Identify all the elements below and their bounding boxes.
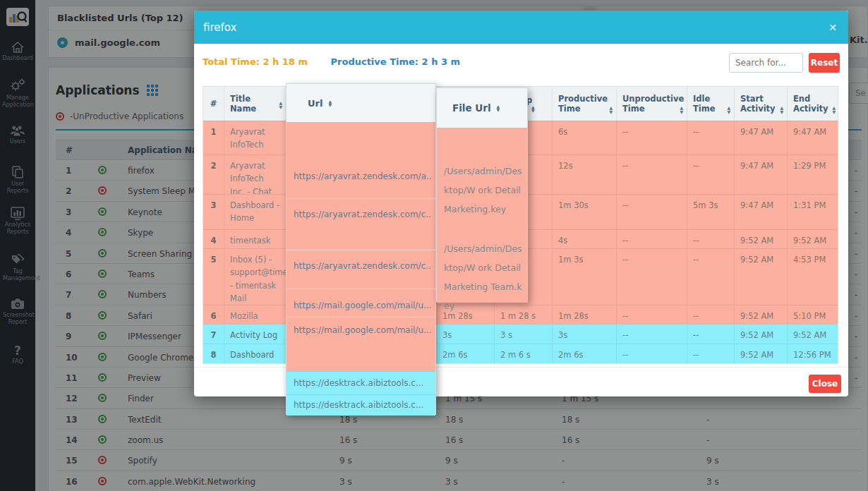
start-activity-cell: 9:47 AM (735, 195, 788, 229)
column-header-unproductive-time[interactable]: Unproductive Time▲▼ (617, 87, 687, 121)
sort-icon: ▲▼ (497, 104, 500, 112)
modal-title: firefox (203, 21, 236, 34)
productive-time-cell: 12s (553, 155, 617, 194)
url-cell-cyan[interactable]: https://desktrack.aibiztools.c... (287, 371, 435, 394)
row-number: 2 (203, 155, 224, 194)
productive-time-cell: 3s (553, 325, 617, 344)
start-activity-cell: 9:52 AM (735, 305, 788, 324)
productive-time-cell: 1m 30s (553, 195, 617, 229)
start-activity-cell: 9:47 AM (735, 121, 788, 154)
title-name-cell: Aryavrat InfoTech Inc. (224, 121, 287, 154)
search-input[interactable] (729, 53, 803, 73)
url-cell[interactable]: https://mail.google.com/mail/u... (294, 301, 431, 310)
sort-icon: ▲▼ (609, 106, 613, 114)
row-number: 4 (203, 230, 224, 248)
reset-button[interactable]: Reset (809, 53, 840, 73)
time-spent-cell: 3s (437, 325, 495, 344)
idle-time-cell: 5m 3s (687, 195, 735, 229)
idle-time-cell: -- (687, 230, 735, 248)
end-activity-cell: 9:47 AM (788, 121, 839, 154)
unproductive-time-cell: -- (617, 325, 687, 344)
file-url-column-header[interactable]: File Url▲▼ (437, 88, 527, 128)
row-number: 8 (203, 344, 224, 363)
url-column-body: https://aryavrat.zendesk.com/a... https:… (287, 122, 435, 371)
time-summary: Total Time: 2 h 18 m Productive Time: 2 … (203, 56, 460, 67)
unproductive-time-cell: -- (617, 195, 687, 229)
url-cell-cyan[interactable]: https://desktrack.aibiztools.c... (287, 394, 435, 416)
url-cell[interactable]: https://mail.google.com/mail/u... (294, 325, 431, 335)
unproductive-time-cell: -- (617, 230, 687, 248)
title-name-cell: timentask Mail (224, 230, 287, 248)
close-icon[interactable]: ✕ (828, 22, 837, 33)
unproductive-time-cell: -- (617, 305, 687, 324)
idle-time-cell: -- (687, 155, 735, 194)
title-name-cell: Dashboard (224, 344, 287, 363)
url-column-header[interactable]: Url▲▼ (287, 84, 435, 122)
sort-icon: ▲▼ (727, 106, 730, 114)
idle-time-cell: -- (687, 344, 735, 363)
unproductive-time-cell: -- (617, 249, 687, 305)
start-activity-cell: 9:47 AM (735, 155, 788, 194)
total-time-cell: 3 s (495, 325, 553, 344)
end-activity-cell: 1:29 PM (788, 155, 839, 194)
url-cell[interactable]: https://aryavrat.zendesk.com/a... (294, 171, 431, 181)
sort-icon: ▲▼ (832, 106, 836, 114)
sort-icon: ▲▼ (780, 106, 783, 114)
column-header-idle-time[interactable]: Idle Time▲▼ (687, 87, 735, 121)
time-spent-cell: 2m 6s (437, 344, 495, 363)
modal-header: firefox ✕ (194, 11, 848, 44)
productive-time-cell: 1m 3s (553, 249, 617, 305)
start-activity-cell: 9:52 AM (735, 249, 788, 305)
end-activity-cell: 9:52 AM (788, 230, 839, 248)
column-header-hash[interactable]: # (203, 87, 224, 121)
end-activity-cell: 12:56 PM (788, 344, 839, 363)
url-cell[interactable]: https://aryavrat.zendesk.com/c... (294, 210, 431, 219)
sort-icon: ▲▼ (328, 99, 332, 107)
url-column-drag-ghost[interactable]: Url▲▼ https://aryavrat.zendesk.com/a... … (286, 83, 436, 415)
close-button[interactable]: Close (809, 375, 841, 393)
sort-icon: ▲▼ (531, 105, 535, 113)
total-time-cell: 2 m 6 s (495, 344, 553, 363)
idle-time-cell: -- (687, 121, 735, 154)
row-number: 3 (203, 195, 224, 229)
end-activity-cell: 9:52 AM (788, 325, 839, 344)
sort-icon: ▲▼ (279, 101, 282, 109)
title-name-cell: Dashboard - Home (224, 195, 287, 229)
file-url-column-drag-ghost[interactable]: File Url▲▼ /Users/admin/Desktop/W ork De… (436, 87, 528, 302)
file-path-cell[interactable]: /Users/admin/Desktop/W ork Detail Market… (444, 239, 524, 315)
idle-time-cell: -- (687, 249, 735, 305)
title-name-cell: Activity Log (224, 325, 287, 344)
row-number: 1 (203, 121, 224, 154)
productive-time-cell: 2m 6s (553, 344, 617, 363)
idle-time-cell: -- (687, 305, 735, 324)
start-activity-cell: 9:52 AM (735, 230, 788, 248)
end-activity-cell: 1:31 PM (788, 195, 839, 229)
column-header-end-activity[interactable]: End Activity▲▼ (788, 87, 839, 121)
url-cell[interactable]: https://aryavrat.zendesk.com/c... (294, 261, 431, 271)
file-path-cell[interactable]: /Users/admin/Desktop/W ork Detail Market… (444, 162, 524, 219)
unproductive-time-cell: -- (617, 155, 687, 194)
row-number: 6 (203, 305, 224, 324)
row-number: 5 (203, 249, 224, 305)
end-activity-cell: 4:53 PM (788, 249, 839, 305)
title-name-cell: Mozilla Firefox (224, 305, 287, 324)
productive-time-cell: 6s (553, 121, 617, 154)
column-header-productive-time[interactable]: Productive Time▲▼ (553, 87, 617, 121)
total-time: Total Time: 2 h 18 m (203, 56, 308, 67)
productive-time: Productive Time: 2 h 3 m (331, 56, 461, 67)
file-url-column-body: /Users/admin/Desktop/W ork Detail Market… (437, 128, 527, 303)
unproductive-time-cell: -- (617, 344, 687, 363)
column-header-start-activity[interactable]: Start Activity▲▼ (735, 87, 788, 121)
row-number: 7 (203, 325, 224, 344)
idle-time-cell: -- (687, 325, 735, 344)
start-activity-cell: 9:52 AM (735, 325, 788, 344)
end-activity-cell: 5:10 PM (788, 305, 839, 324)
title-name-cell: Inbox (5) - support@timentask.com - time… (224, 249, 287, 305)
start-activity-cell: 9:52 AM (735, 344, 788, 363)
column-header-title-name[interactable]: Title Name▲▼ (224, 87, 287, 121)
unproductive-time-cell: -- (617, 121, 687, 154)
productive-time-cell: 4s (553, 230, 617, 248)
title-name-cell: Aryavrat InfoTech Inc. - Chat (224, 155, 287, 194)
productive-time-cell: 1m 28s (553, 305, 617, 324)
sort-icon: ▲▼ (680, 106, 683, 114)
